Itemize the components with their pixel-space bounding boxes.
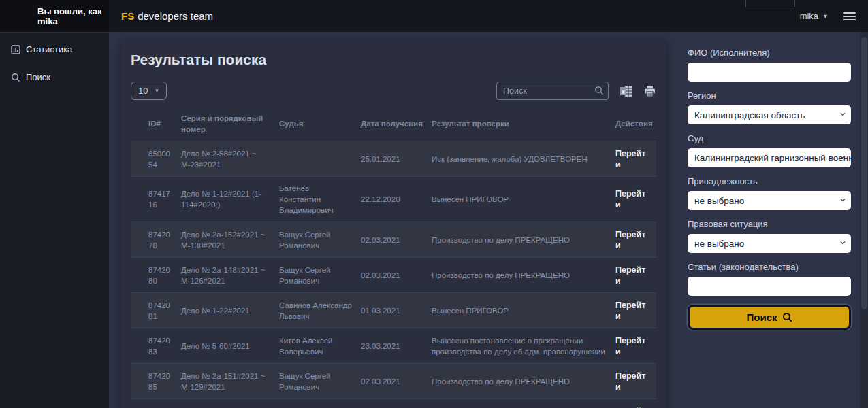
cell-case-number: Дело № 2а-151#2021 ~ М-129#2021 bbox=[181, 364, 279, 399]
cell-case-number: Дело № 2а-148#2021 ~ М-126#2021 bbox=[181, 258, 279, 293]
table-row: 8742085 Дело № 2а-151#2021 ~ М-129#2021 … bbox=[131, 364, 656, 399]
table-row: 8742083 Дело № 5-60#2021 Китов Алексей В… bbox=[131, 328, 656, 364]
region-select[interactable]: Калининградская область bbox=[688, 105, 851, 124]
page-size-value: 10 bbox=[138, 86, 148, 96]
cell-case-number: Дело № 2-58#2021 ~ М-23#2021 bbox=[181, 141, 279, 177]
court-select[interactable]: Калининградский гарнизонный военный bbox=[688, 148, 851, 167]
cell-case-number: Дело № 2а-145#2021 ~ М-124#2021 bbox=[181, 399, 279, 408]
sidebar-item-statistics[interactable]: Статистика bbox=[0, 38, 109, 61]
cell-case-number: Дело № 1-22#2021 bbox=[181, 293, 279, 328]
cell-id: 8500054 bbox=[131, 141, 181, 177]
cell-judge: Ващук Сергей Романович bbox=[279, 222, 361, 258]
cell-date: 22.12.2020 bbox=[361, 177, 432, 222]
scrollbar-thumb[interactable] bbox=[861, 37, 867, 309]
page-title: Результаты поиска bbox=[131, 52, 656, 68]
cell-result: Иск (заявление, жалоба) УДОВЛЕТВОРЕН bbox=[432, 399, 615, 408]
col-header-date: Дата получения bbox=[361, 107, 432, 141]
affiliation-label: Принадлежность bbox=[688, 176, 851, 186]
cell-result: Иск (заявление, жалоба) УДОВЛЕТВОРЕН bbox=[432, 141, 615, 177]
col-header-actions: Действия bbox=[615, 107, 656, 141]
col-header-id: ID# bbox=[131, 107, 181, 141]
brand-fs: FS bbox=[121, 10, 134, 22]
sidebar-item-search[interactable]: Поиск bbox=[0, 66, 109, 88]
go-to-link[interactable]: Перейти bbox=[615, 301, 645, 321]
svg-text:x: x bbox=[622, 88, 625, 95]
cell-id: 8742088 bbox=[131, 399, 181, 408]
go-to-link[interactable]: Перейти bbox=[615, 371, 645, 392]
cell-judge: Ващук Сергей Романович bbox=[279, 258, 361, 293]
cell-id: 8742080 bbox=[131, 258, 181, 293]
go-to-link[interactable]: Перейти bbox=[615, 336, 645, 356]
cell-date: 02.03.2021 bbox=[361, 222, 432, 258]
table-header-row: ID# Серия и порядковый номер Судья Дата … bbox=[131, 107, 656, 141]
chevron-down-icon bbox=[840, 154, 846, 160]
court-label: Суд bbox=[688, 133, 851, 143]
scrollbar-track[interactable] bbox=[860, 32, 868, 408]
results-card: Результаты поиска 10 ▼ bbox=[121, 41, 666, 408]
articles-label: Статьи (законодательства) bbox=[688, 262, 851, 272]
articles-input[interactable] bbox=[688, 277, 851, 296]
logged-in-as-line1: Вы вошли, как bbox=[37, 6, 109, 16]
user-menu-label: mika bbox=[800, 11, 818, 21]
col-header-judge: Судья bbox=[279, 107, 361, 141]
cell-date: 02.03.2021 bbox=[361, 399, 432, 408]
print-icon[interactable] bbox=[643, 85, 656, 97]
table-row: 8500054 Дело № 2-58#2021 ~ М-23#2021 25.… bbox=[131, 141, 656, 177]
cell-case-number: Дело № 5-60#2021 bbox=[181, 328, 279, 364]
chevron-down-icon: ▼ bbox=[822, 13, 829, 20]
brand-rest: developers team bbox=[138, 10, 213, 22]
sidebar: Статистика Поиск bbox=[0, 32, 109, 408]
legal-situation-label: Правовая ситуация bbox=[688, 219, 851, 229]
go-to-link[interactable]: Перейти bbox=[615, 265, 645, 286]
col-header-result: Результат проверки bbox=[432, 107, 615, 141]
search-button-label: Поиск bbox=[746, 311, 777, 323]
cell-judge: Китов Алексей Валерьевич bbox=[279, 328, 361, 364]
cell-judge: Савинов Александр Львович bbox=[279, 293, 361, 328]
cell-result: Вынесен ПРИГОВОР bbox=[432, 293, 615, 328]
chevron-down-icon bbox=[840, 240, 846, 245]
cell-date: 02.03.2021 bbox=[361, 258, 432, 293]
chevron-down-icon bbox=[840, 112, 846, 117]
affiliation-select[interactable]: не выбрано bbox=[688, 191, 851, 210]
cell-result: Производство по делу ПРЕКРАЩЕНО bbox=[432, 258, 615, 293]
bar-chart-icon bbox=[11, 45, 20, 54]
table-search bbox=[496, 82, 609, 100]
table-row: 8742080 Дело № 2а-148#2021 ~ М-126#2021 … bbox=[131, 258, 656, 293]
search-icon bbox=[11, 73, 20, 82]
cell-judge bbox=[279, 141, 361, 177]
cell-id: 8742083 bbox=[131, 328, 181, 364]
region-label: Регион bbox=[688, 90, 851, 101]
cell-date: 25.01.2021 bbox=[361, 141, 432, 177]
page-size-select[interactable]: 10 ▼ bbox=[131, 82, 167, 100]
hamburger-menu-icon[interactable] bbox=[843, 12, 856, 20]
legal-situation-select[interactable]: не выбрано bbox=[688, 234, 851, 253]
fio-input[interactable] bbox=[688, 63, 851, 82]
user-menu-dropdown[interactable]: mika ▼ bbox=[800, 11, 829, 21]
cell-id: 8741716 bbox=[131, 177, 181, 222]
table-toolbar: 10 ▼ x bbox=[131, 82, 656, 100]
cell-result: Производство по делу ПРЕКРАЩЕНО bbox=[432, 364, 615, 399]
go-to-link[interactable]: Перейти bbox=[615, 230, 645, 250]
cell-judge: Батенев Константин Владимирович bbox=[279, 177, 361, 222]
chevron-down-icon bbox=[840, 197, 846, 203]
table-search-input[interactable] bbox=[496, 82, 609, 100]
export-excel-icon[interactable]: x bbox=[620, 85, 632, 97]
table-row: 8742081 Дело № 1-22#2021 Савинов Алексан… bbox=[131, 293, 656, 328]
filter-panel: ФИО (Исполнителя) Регион Калининградская… bbox=[688, 48, 851, 330]
sidebar-item-label: Статистика bbox=[26, 44, 72, 54]
cell-result: Производство по делу ПРЕКРАЩЕНО bbox=[432, 222, 615, 258]
results-table: ID# Серия и порядковый номер Судья Дата … bbox=[131, 107, 656, 408]
col-header-case: Серия и порядковый номер bbox=[181, 107, 279, 141]
go-to-link[interactable]: Перейти bbox=[615, 189, 645, 209]
cell-result: Вынесен ПРИГОВОР bbox=[432, 177, 615, 222]
cell-id: 8742081 bbox=[131, 293, 181, 328]
cell-id: 8742078 bbox=[131, 222, 181, 258]
search-button[interactable]: Поиск bbox=[688, 305, 851, 330]
go-to-link[interactable]: Перейти bbox=[615, 149, 645, 169]
fio-label: ФИО (Исполнителя) bbox=[688, 48, 851, 58]
cell-result: Вынесено постановление о прекращении про… bbox=[432, 328, 615, 364]
legal-situation-select-value: не выбрано bbox=[694, 239, 744, 249]
search-icon bbox=[782, 312, 792, 322]
region-select-value: Калининградская область bbox=[694, 110, 805, 120]
sidebar-item-label: Поиск bbox=[26, 72, 50, 82]
